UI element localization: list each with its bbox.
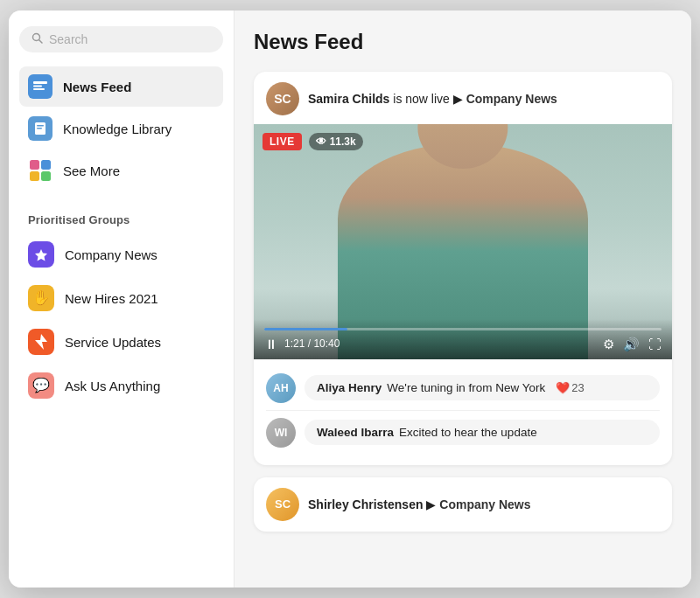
shirley-post-card[interactable]: SC Shirley Christensen ▶ Company News (254, 477, 672, 532)
service-updates-label: Service Updates (65, 335, 161, 350)
company-news-icon (28, 241, 54, 268)
ask-us-icon: 💬 (28, 372, 54, 399)
shirley-avatar: SC (266, 488, 299, 521)
live-video-card: SC Samira Childs is now live ▶ Company N… (254, 72, 672, 465)
controls-row: ⏸ 1:21 / 10:40 ⚙ 🔊 ⛶ (264, 337, 662, 351)
svg-marker-12 (35, 249, 47, 261)
sidebar-item-knowledge[interactable]: Knowledge Library (19, 108, 223, 149)
live-card-header: SC Samira Childs is now live ▶ Company N… (254, 72, 672, 124)
aliya-name: Aliya Henry (317, 381, 382, 394)
groups-section-title: Prioritised Groups (19, 208, 223, 233)
waleed-comment-bubble: Waleed Ibarra Excited to hear the update (304, 420, 660, 445)
video-overlay-top: LIVE 👁 11.3k (262, 133, 363, 150)
shirley-channel: Company News (439, 497, 530, 511)
svg-rect-7 (37, 128, 42, 129)
group-item-service-updates[interactable]: Service Updates (19, 321, 223, 363)
progress-fill (264, 328, 347, 330)
svg-rect-3 (33, 86, 42, 87)
aliya-reaction: ❤️ 23 (556, 381, 584, 394)
shirley-arrow: ▶ (426, 497, 439, 511)
group-item-ask-us[interactable]: 💬 Ask Us Anything (19, 365, 223, 407)
sidebar-item-seemore[interactable]: See More (19, 150, 223, 191)
sidebar-item-newsfeed-label: News Feed (63, 80, 131, 94)
aliya-reaction-count: 23 (571, 381, 584, 394)
live-badge: LIVE (262, 133, 302, 150)
search-icon (32, 32, 43, 46)
svg-rect-10 (30, 171, 39, 181)
controls-right: ⚙ 🔊 ⛶ (603, 337, 662, 351)
waleed-avatar: WI (266, 418, 296, 448)
knowledge-nav-icon (28, 116, 52, 141)
pause-button[interactable]: ⏸ (264, 337, 277, 351)
svg-marker-13 (35, 334, 47, 350)
svg-line-1 (39, 40, 42, 43)
aliya-comment-text: We're tuning in from New York (387, 381, 545, 394)
video-head (417, 124, 508, 169)
nav-items: News Feed Knowledge Library (19, 66, 223, 191)
live-channel-name: Company News (466, 92, 557, 106)
heart-icon: ❤️ (556, 381, 570, 394)
newsfeed-nav-icon (28, 74, 52, 99)
group-item-new-hires[interactable]: ✋ New Hires 2021 (19, 277, 223, 319)
sidebar-item-newsfeed[interactable]: News Feed (19, 66, 223, 107)
waleed-name: Waleed Ibarra (317, 426, 394, 439)
view-count: 👁 11.3k (309, 133, 363, 150)
eye-icon: 👁 (316, 136, 326, 148)
group-items: Company News ✋ New Hires 2021 Service Up… (19, 233, 223, 407)
progress-bar[interactable] (264, 328, 662, 330)
aliya-comment-bubble: Aliya Henry We're tuning in from New Yor… (304, 375, 660, 400)
samira-avatar: SC (266, 82, 299, 115)
company-news-label: Company News (65, 247, 158, 262)
video-controls: ⏸ 1:21 / 10:40 ⚙ 🔊 ⛶ (254, 319, 672, 359)
controls-left: ⏸ 1:21 / 10:40 (264, 337, 340, 351)
time-current: 1:21 (284, 337, 304, 350)
svg-rect-9 (41, 160, 51, 170)
search-placeholder: Search (49, 32, 88, 46)
video-player[interactable]: LIVE 👁 11.3k ⏸ 1:21 (254, 124, 672, 359)
search-bar[interactable]: Search (19, 26, 223, 52)
ask-us-label: Ask Us Anything (65, 379, 160, 393)
sidebar-item-seemore-label: See More (63, 163, 120, 178)
comment-row-aliya: AH Aliya Henry We're tuning in from New … (266, 366, 660, 411)
service-updates-icon (28, 329, 54, 355)
fullscreen-button[interactable]: ⛶ (648, 337, 662, 351)
app-window: Search News Feed (9, 10, 691, 588)
new-hires-label: New Hires 2021 (65, 291, 158, 306)
seemore-nav-icon (28, 158, 52, 183)
main-content: News Feed SC Samira Childs is now live ▶… (234, 10, 691, 588)
new-hires-icon: ✋ (28, 285, 54, 311)
sidebar: Search News Feed (9, 10, 234, 588)
svg-rect-4 (33, 88, 45, 90)
time-display: 1:21 / 10:40 (284, 337, 340, 350)
aliya-avatar: AH (266, 373, 296, 403)
view-count-number: 11.3k (330, 136, 356, 148)
svg-rect-6 (37, 125, 44, 127)
comments-section: AH Aliya Henry We're tuning in from New … (254, 359, 672, 465)
svg-rect-8 (30, 160, 39, 170)
settings-button[interactable]: ⚙ (603, 337, 614, 351)
page-title: News Feed (254, 30, 672, 54)
sidebar-item-knowledge-label: Knowledge Library (63, 122, 172, 136)
live-action-text: is now live (393, 92, 452, 106)
waleed-comment-text: Excited to hear the update (399, 426, 537, 439)
live-arrow: ▶ (453, 92, 463, 106)
svg-rect-11 (41, 171, 51, 181)
volume-button[interactable]: 🔊 (623, 337, 640, 351)
group-item-company-news[interactable]: Company News (19, 233, 223, 275)
live-card-header-text: Samira Childs is now live ▶ Company News (308, 92, 557, 106)
time-total: 10:40 (313, 337, 340, 350)
svg-rect-2 (33, 81, 47, 84)
shirley-name: Shirley Christensen (308, 497, 424, 511)
live-author-name: Samira Childs (308, 92, 389, 106)
shirley-post-header: Shirley Christensen ▶ Company News (308, 497, 531, 511)
comment-row-waleed: WI Waleed Ibarra Excited to hear the upd… (266, 411, 660, 455)
